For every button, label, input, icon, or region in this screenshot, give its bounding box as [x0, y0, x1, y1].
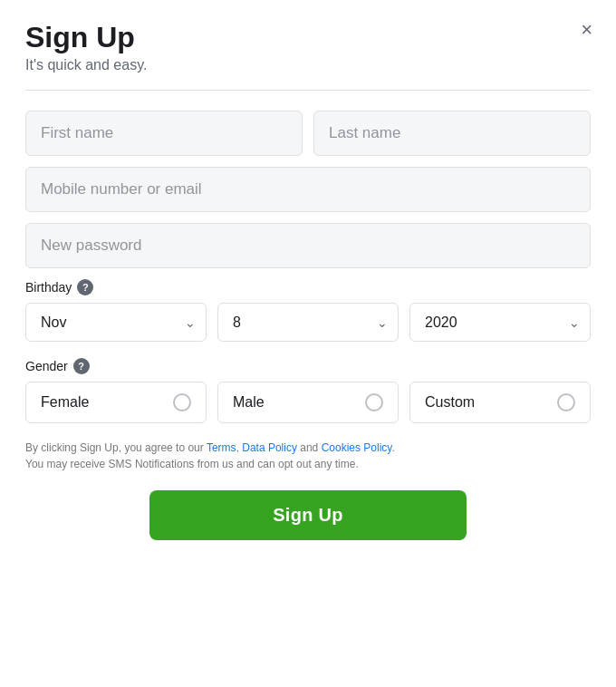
year-select-wrap: 2020 20192018 20172016 20152014 20132012… — [409, 303, 591, 342]
data-policy-link[interactable]: Data Policy — [242, 441, 297, 454]
birthday-label: Birthday ? — [25, 279, 591, 295]
first-name-field — [25, 111, 303, 156]
mobile-email-input[interactable] — [25, 167, 591, 212]
gender-custom-label: Custom — [425, 394, 475, 411]
day-select-wrap: 8 123 456 7910 111213 141516 171819 2021… — [217, 303, 399, 342]
first-name-input[interactable] — [25, 111, 303, 156]
year-select[interactable]: 2020 20192018 20172016 20152014 20132012… — [409, 303, 591, 342]
signup-modal: Sign Up It's quick and easy. × Birthday … — [0, 0, 616, 687]
last-name-field — [313, 111, 591, 156]
terms-link[interactable]: Terms — [207, 441, 236, 454]
day-select[interactable]: 8 123 456 7910 111213 141516 171819 2021… — [217, 303, 399, 342]
name-row — [25, 111, 591, 156]
gender-label: Gender ? — [25, 358, 591, 374]
close-button[interactable]: × — [577, 16, 596, 44]
modal-subtitle: It's quick and easy. — [25, 57, 591, 73]
divider — [25, 90, 591, 91]
gender-help-icon[interactable]: ? — [73, 358, 90, 374]
last-name-input[interactable] — [313, 111, 591, 156]
birthday-help-icon[interactable]: ? — [77, 279, 93, 295]
gender-female-radio[interactable] — [173, 393, 191, 411]
gender-option-custom[interactable]: Custom — [409, 382, 591, 423]
gender-male-radio[interactable] — [365, 393, 383, 411]
birthday-section: Birthday ? Nov Jan Feb Mar Apr May Jun J… — [25, 279, 591, 342]
gender-option-female[interactable]: Female — [25, 382, 207, 423]
password-input[interactable] — [25, 223, 591, 268]
cookies-policy-link[interactable]: Cookies Policy — [322, 441, 392, 454]
gender-option-male[interactable]: Male — [217, 382, 399, 423]
close-icon: × — [581, 18, 592, 41]
modal-title: Sign Up — [25, 22, 591, 53]
gender-custom-radio[interactable] — [557, 393, 575, 411]
modal-header: Sign Up It's quick and easy. — [25, 22, 591, 73]
birthday-row: Nov Jan Feb Mar Apr May Jun Jul Aug Sep … — [25, 303, 591, 342]
gender-female-label: Female — [41, 394, 89, 411]
gender-male-label: Male — [233, 394, 265, 411]
terms-text: By clicking Sign Up, you agree to our Te… — [25, 440, 591, 472]
signup-button[interactable]: Sign Up — [149, 490, 466, 540]
gender-options: Female Male Custom — [25, 382, 591, 423]
gender-section: Gender ? Female Male Custom — [25, 358, 591, 423]
month-select[interactable]: Nov Jan Feb Mar Apr May Jun Jul Aug Sep … — [25, 303, 207, 342]
month-select-wrap: Nov Jan Feb Mar Apr May Jun Jul Aug Sep … — [25, 303, 207, 342]
